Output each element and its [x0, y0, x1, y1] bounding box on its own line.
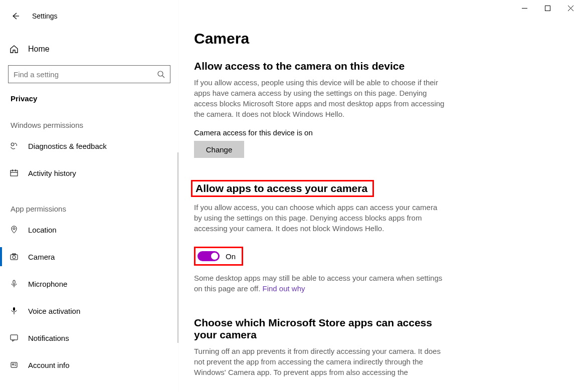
- highlight-toggle: On: [194, 247, 243, 266]
- nav-label: Voice activation: [28, 307, 80, 315]
- window-controls: [513, 0, 582, 16]
- svg-rect-15: [13, 254, 16, 255]
- svg-rect-16: [13, 280, 15, 284]
- sidebar-item-location[interactable]: Location: [0, 216, 178, 243]
- feedback-icon: [9, 141, 19, 150]
- section3-description: Turning off an app prevents it from dire…: [194, 346, 445, 377]
- section2-heading: Allow apps to access your camera: [196, 182, 367, 194]
- toggle-state-label: On: [226, 252, 236, 261]
- sidebar-scrollbar[interactable]: [177, 152, 178, 343]
- sidebar: Settings Home Privacy Windows permission…: [0, 0, 179, 392]
- sidebar-item-microphone[interactable]: Microphone: [0, 270, 178, 297]
- home-label: Home: [28, 45, 50, 54]
- nav-label: Activity history: [28, 169, 76, 177]
- section-allow-apps-access: Allow apps to access your camera If you …: [194, 180, 567, 294]
- apps-access-toggle[interactable]: [198, 251, 220, 261]
- home-icon: [9, 45, 19, 54]
- nav-label: Location: [28, 226, 57, 234]
- sidebar-item-account-info[interactable]: Account info: [0, 351, 178, 378]
- section1-heading: Allow access to the camera on this devic…: [194, 60, 567, 72]
- search-input[interactable]: [14, 70, 157, 79]
- find-out-why-link[interactable]: Find out why: [263, 284, 305, 293]
- sidebar-item-diagnostics[interactable]: Diagnostics & feedback: [0, 132, 178, 159]
- sidebar-item-activity-history[interactable]: Activity history: [0, 159, 178, 186]
- back-button[interactable]: [11, 12, 20, 21]
- section-allow-device-access: Allow access to the camera on this devic…: [194, 60, 567, 158]
- svg-rect-21: [11, 362, 17, 367]
- change-button[interactable]: Change: [194, 141, 244, 158]
- nav-label: Microphone: [28, 280, 67, 288]
- window-title: Settings: [32, 12, 58, 20]
- svg-point-7: [11, 143, 14, 146]
- sidebar-home[interactable]: Home: [0, 39, 178, 59]
- maximize-button[interactable]: [536, 0, 559, 16]
- location-icon: [9, 225, 19, 234]
- desktop-apps-note: Some desktop apps may still be able to a…: [194, 273, 445, 294]
- microphone-icon: [9, 279, 19, 288]
- section2-description: If you allow access, you can choose whic…: [194, 202, 445, 234]
- svg-point-22: [13, 364, 14, 365]
- history-icon: [9, 168, 19, 177]
- section1-description: If you allow access, people using this d…: [194, 77, 445, 119]
- group-header-windows-permissions: Windows permissions: [0, 103, 178, 132]
- note-text: Some desktop apps may still be able to a…: [194, 274, 442, 293]
- nav-label: Diagnostics & feedback: [28, 142, 107, 150]
- nav-label: Notifications: [28, 334, 69, 342]
- sidebar-item-voice-activation[interactable]: Voice activation: [0, 297, 178, 324]
- svg-rect-18: [13, 307, 15, 311]
- close-button[interactable]: [559, 0, 582, 16]
- group-header-app-permissions: App permissions: [0, 186, 178, 216]
- nav-label: Account info: [28, 361, 70, 369]
- svg-rect-8: [11, 170, 18, 176]
- svg-point-14: [13, 256, 16, 259]
- search-icon: [157, 70, 165, 78]
- main-content: Camera Allow access to the camera on thi…: [179, 0, 582, 392]
- svg-rect-0: [522, 8, 527, 9]
- device-access-status: Camera access for this device is on: [194, 128, 567, 137]
- section3-heading: Choose which Microsoft Store apps can ac…: [194, 317, 445, 341]
- svg-rect-1: [545, 6, 550, 11]
- svg-line-6: [162, 76, 164, 78]
- sidebar-item-notifications[interactable]: Notifications: [0, 324, 178, 351]
- svg-rect-20: [11, 335, 18, 340]
- highlight-heading: Allow apps to access your camera: [191, 180, 374, 197]
- minimize-button[interactable]: [513, 0, 536, 16]
- voice-icon: [9, 306, 19, 315]
- nav-label: Camera: [28, 253, 55, 261]
- breadcrumb: Privacy: [0, 83, 178, 103]
- toggle-knob: [211, 253, 218, 260]
- search-input-container[interactable]: [8, 65, 170, 83]
- page-title: Camera: [194, 30, 567, 47]
- sidebar-item-camera[interactable]: Camera: [0, 243, 178, 270]
- section-choose-store-apps: Choose which Microsoft Store apps can ac…: [194, 317, 567, 377]
- svg-point-12: [13, 228, 15, 230]
- camera-icon: [9, 252, 19, 261]
- notifications-icon: [9, 333, 19, 342]
- svg-point-5: [158, 71, 163, 76]
- account-icon: [9, 360, 19, 369]
